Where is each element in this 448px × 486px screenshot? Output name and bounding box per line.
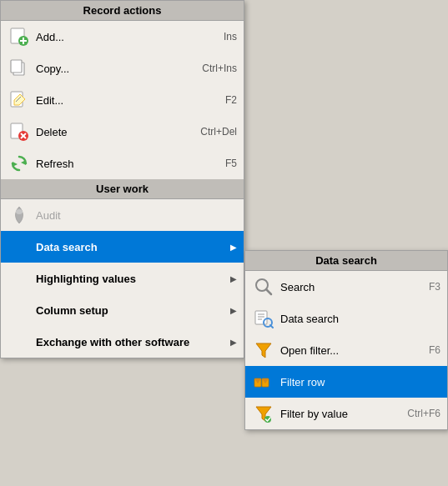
highlighting-icon bbox=[8, 267, 31, 290]
audit-label: Audit bbox=[36, 209, 237, 222]
copy-shortcut: Ctrl+Ins bbox=[202, 63, 237, 74]
svg-marker-13 bbox=[13, 162, 18, 167]
svg-marker-23 bbox=[256, 343, 271, 358]
submenu-item-search[interactable]: Search F3 bbox=[245, 271, 447, 303]
menu-item-edit[interactable]: Edit... F2 bbox=[1, 84, 244, 116]
svg-point-14 bbox=[16, 209, 23, 214]
svg-marker-12 bbox=[21, 160, 26, 165]
search-icon bbox=[252, 275, 275, 298]
svg-line-16 bbox=[266, 289, 271, 294]
refresh-icon bbox=[8, 152, 31, 175]
exchange-icon bbox=[8, 330, 31, 353]
data-search-label: Data search bbox=[36, 241, 227, 253]
filter-icon bbox=[252, 338, 275, 362]
menu-item-data-search[interactable]: Data search ▶ bbox=[1, 231, 244, 263]
menu-item-audit[interactable]: Audit bbox=[1, 199, 244, 231]
filter-row-icon bbox=[252, 370, 275, 393]
highlighting-label: Highlighting values bbox=[36, 273, 227, 285]
svg-rect-5 bbox=[11, 60, 22, 73]
exchange-arrow: ▶ bbox=[230, 338, 237, 347]
data-search-icon bbox=[252, 307, 275, 330]
menu-item-column-setup[interactable]: Column setup ▶ bbox=[1, 294, 244, 326]
column-setup-arrow: ▶ bbox=[230, 306, 237, 315]
menu-item-add[interactable]: Add... Ins bbox=[1, 21, 244, 53]
data-search-submenu: Data search Search F3 bbox=[244, 250, 448, 430]
user-work-header: User work bbox=[1, 179, 244, 199]
search-shortcut: F3 bbox=[429, 281, 440, 293]
audit-icon bbox=[8, 203, 31, 227]
menu-item-copy[interactable]: Copy... Ctrl+Ins bbox=[1, 53, 244, 84]
delete-shortcut: Ctrl+Del bbox=[200, 126, 237, 138]
open-filter-shortcut: F6 bbox=[429, 344, 440, 356]
data-search-sublabel: Data search bbox=[280, 313, 440, 325]
add-label: Add... bbox=[36, 31, 207, 43]
column-setup-icon bbox=[8, 298, 31, 322]
menu-item-exchange[interactable]: Exchange with other software ▶ bbox=[1, 326, 244, 358]
search-label: Search bbox=[280, 281, 429, 293]
exchange-label: Exchange with other software bbox=[36, 336, 227, 348]
submenu-header: Data search bbox=[245, 251, 447, 271]
submenu-item-filter-by-value[interactable]: Filter by value Ctrl+F6 bbox=[245, 398, 447, 429]
main-menu-panel: Record actions Add... Ins bbox=[0, 0, 244, 358]
menu-item-refresh[interactable]: Refresh F5 bbox=[1, 148, 244, 179]
submenu-item-filter-row[interactable]: Filter row bbox=[245, 366, 447, 398]
filter-value-icon bbox=[252, 402, 275, 425]
refresh-label: Refresh bbox=[36, 158, 209, 170]
column-setup-label: Column setup bbox=[36, 304, 227, 317]
menu-item-delete[interactable]: Delete Ctrl+Del bbox=[1, 116, 244, 148]
delete-icon bbox=[8, 120, 31, 143]
highlighting-arrow: ▶ bbox=[230, 274, 237, 283]
filter-by-value-shortcut: Ctrl+F6 bbox=[407, 408, 440, 419]
delete-label: Delete bbox=[36, 126, 184, 138]
filter-row-label: Filter row bbox=[280, 376, 440, 388]
filter-by-value-label: Filter by value bbox=[280, 408, 407, 420]
edit-icon bbox=[8, 88, 31, 112]
open-filter-label: Open filter... bbox=[280, 344, 429, 357]
menu-item-highlighting[interactable]: Highlighting values ▶ bbox=[1, 263, 244, 294]
submenu-item-open-filter[interactable]: Open filter... F6 bbox=[245, 334, 447, 366]
copy-icon bbox=[8, 57, 31, 80]
data-search-menu-icon bbox=[8, 235, 31, 258]
add-shortcut: Ins bbox=[224, 31, 237, 43]
copy-label: Copy... bbox=[36, 63, 185, 75]
data-search-arrow: ▶ bbox=[230, 243, 237, 252]
submenu-item-data-search[interactable]: Data search bbox=[245, 303, 447, 334]
svg-rect-17 bbox=[255, 311, 267, 324]
record-actions-header: Record actions bbox=[1, 1, 244, 21]
edit-label: Edit... bbox=[36, 94, 209, 107]
add-icon bbox=[8, 25, 31, 48]
edit-shortcut: F2 bbox=[225, 94, 237, 106]
svg-line-22 bbox=[270, 325, 273, 328]
refresh-shortcut: F5 bbox=[225, 158, 237, 169]
